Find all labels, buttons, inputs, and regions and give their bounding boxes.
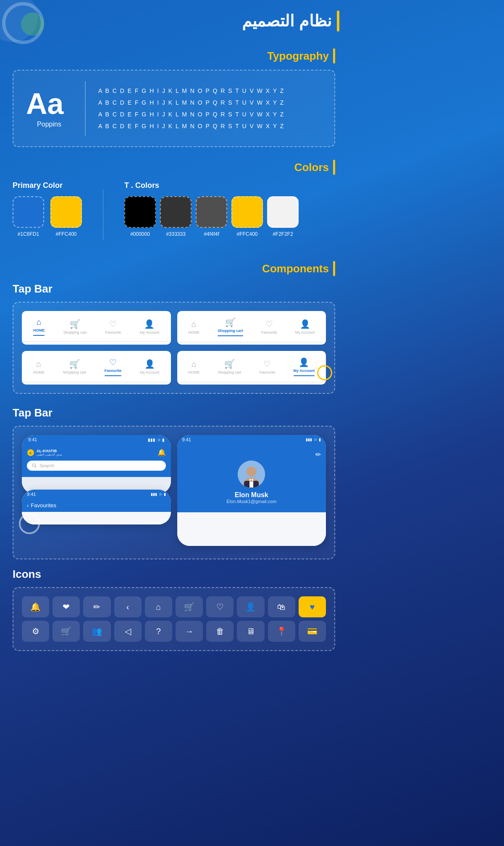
tap-bar-1-wrapper: ⌂ HOME 🛒 Shopping cart ♡ Favourite xyxy=(13,302,335,394)
phone-mockups-grid: 9:41 ▮▮▮ ⊃ ▮ xyxy=(22,435,326,546)
font-name: Poppins xyxy=(26,121,72,128)
fav-label-3: Favourite xyxy=(105,369,122,373)
fav-underline-3 xyxy=(105,375,122,376)
signal-icon: ▮▮▮ xyxy=(148,437,155,442)
account-name: Elon Musk xyxy=(182,491,321,499)
svg-line-3 xyxy=(35,466,37,468)
logo-text: AL-KHATIB xyxy=(37,449,62,453)
tap-item-account-1[interactable]: 👤 My Account xyxy=(136,317,163,337)
account-label-3: My Account xyxy=(140,370,160,374)
account-avatar xyxy=(238,461,265,488)
logo-area: K AL-KHATIB متجر الخطيب الطبي 🔔 xyxy=(27,448,166,456)
tap-item-fav-2[interactable]: ♡ Favourite xyxy=(258,317,281,337)
icon-card: 💳 xyxy=(299,621,326,642)
bell-icon[interactable]: 🔔 xyxy=(158,448,166,456)
swatch-333-label: #333333 xyxy=(166,231,186,237)
tap-item-home-1[interactable]: ⌂ HOME xyxy=(30,315,48,338)
typography-section-label: Typography xyxy=(0,48,348,63)
swatch-blue-box xyxy=(13,196,44,228)
tap-bar-variant-4: ⌂ HOME 🛒 Shopping cart ♡ Favourite 👤 xyxy=(177,351,326,385)
icons-title: Icons xyxy=(13,568,335,581)
tap-bar-grid: ⌂ HOME 🛒 Shopping cart ♡ Favourite xyxy=(22,311,326,385)
tap-item-cart-3[interactable]: 🛒 Shopping cart xyxy=(60,357,90,377)
fav-battery-icon: ▮ xyxy=(164,492,166,496)
account-phone: 9:41 ▮▮▮ ⊃ ▮ ✏ xyxy=(177,435,326,546)
components-label-bar xyxy=(333,261,335,276)
fav-label-2: Favourite xyxy=(261,330,277,335)
swatch-ffc2: #FFC400 xyxy=(231,196,263,237)
tap-item-home-4[interactable]: ⌂ HOME xyxy=(185,357,203,377)
search-bar-phone[interactable]: Search xyxy=(27,461,166,471)
typography-label-bar xyxy=(333,48,335,63)
tap-item-fav-1[interactable]: ♡ Favourite xyxy=(102,317,125,337)
tap-bar-items-2: ⌂ HOME 🛒 Shopping cart ♡ Favourite xyxy=(179,315,324,338)
icon-users: 👥 xyxy=(83,621,110,642)
tap-bar-2-section: Tap Bar 9:41 ▮▮▮ ⊃ ▮ xyxy=(13,406,335,559)
cart-underline-2 xyxy=(218,335,243,336)
avatar-svg xyxy=(238,461,265,488)
alphabet-row-3: A B C D E F G H I J K L M N O P Q R S T … xyxy=(98,108,322,120)
tap-item-home-2[interactable]: ⌂ HOME xyxy=(185,317,203,337)
alphabet-row-1: A B C D E F G H I J K L M N O P Q R S T … xyxy=(98,85,322,97)
tap-bar-variant-3: ⌂ HOME 🛒 Shopping cart ♡ Favourite xyxy=(22,351,171,385)
swatch-yellow-box xyxy=(50,196,82,228)
tap-bar-2-outer: 9:41 ▮▮▮ ⊃ ▮ xyxy=(13,426,335,559)
icons-outer: 🔔 ❤ ✏ ‹ ⌂ 🛒 ♡ 👤 🛍 ♥ ⚙ 🛒 👥 ◁ ? → 🗑 🖥 📍 💳 xyxy=(13,587,335,651)
acct-signal-icon: ▮▮▮ xyxy=(306,437,312,442)
fav-phone-icons: ▮▮▮ ⊃ ▮ xyxy=(151,492,166,496)
fav-icon-3: ♡ xyxy=(109,357,117,367)
tap-bar-2-title: Tap Bar xyxy=(13,406,335,419)
account-label-1: My Account xyxy=(140,330,160,335)
swatch-4f4-box xyxy=(196,196,227,228)
fav-icon-2: ♡ xyxy=(265,319,273,329)
fav-icon-1: ♡ xyxy=(109,319,117,329)
swatch-black-box xyxy=(124,196,156,228)
home-icon-4: ⌂ xyxy=(192,359,197,369)
favourites-header-text: Favourites xyxy=(31,502,56,509)
icon-monitor: 🖥 xyxy=(237,621,264,642)
cart-icon-4: 🛒 xyxy=(224,359,235,369)
swatch-ffc2-box xyxy=(231,196,263,228)
cart-icon-2: 🛒 xyxy=(225,317,236,327)
swatch-black: #000000 xyxy=(124,196,156,237)
typography-label: Typography xyxy=(267,50,329,63)
tap-bar-line-3 xyxy=(24,382,169,382)
home-label-3: HOME xyxy=(33,370,45,374)
fav-wifi-icon: ⊃ xyxy=(159,492,162,496)
tap-item-cart-2[interactable]: 🛒 Shopping cart xyxy=(214,315,247,338)
tap-item-account-3[interactable]: 👤 My Account xyxy=(136,357,163,377)
acct-wifi-icon: ⊃ xyxy=(314,437,317,442)
icon-share: ◁ xyxy=(114,621,142,642)
tap-item-cart-1[interactable]: 🛒 Shopping cart xyxy=(60,317,90,337)
home-phone-header: K AL-KHATIB متجر الخطيب الطبي 🔔 xyxy=(22,444,171,477)
home-phone-status: 9:41 ▮▮▮ ⊃ ▮ xyxy=(22,435,171,444)
cart-label-1: Shopping cart xyxy=(63,330,87,335)
main-title: نظام التصميم xyxy=(242,12,332,30)
icon-chevron-left: ‹ xyxy=(114,596,142,617)
account-phone-body xyxy=(177,512,326,546)
tap-item-home-3[interactable]: ⌂ HOME xyxy=(30,357,48,377)
tap-item-fav-3[interactable]: ♡ Favourite xyxy=(101,355,125,378)
icons-grid-row1: 🔔 ❤ ✏ ‹ ⌂ 🛒 ♡ 👤 🛍 ♥ ⚙ 🛒 👥 ◁ ? → 🗑 🖥 📍 💳 xyxy=(22,596,326,642)
icon-user: 👤 xyxy=(237,596,264,617)
logo-text-block: AL-KHATIB متجر الخطيب الطبي xyxy=(37,449,62,456)
favourites-phone: 9:41 ▮▮▮ ⊃ ▮ ‹ Favourites xyxy=(22,490,171,524)
tap-bar-variant-2: ⌂ HOME 🛒 Shopping cart ♡ Favourite xyxy=(177,311,326,345)
logo-icon: K xyxy=(27,449,34,456)
tap-item-account-2[interactable]: 👤 My Account xyxy=(292,317,318,337)
tap-item-fav-4[interactable]: ♡ Favourite xyxy=(256,357,279,377)
tap-bar-1-title: Tap Bar xyxy=(13,282,335,295)
main-title-area: نظام التصميم xyxy=(0,0,348,36)
tap-bar-variant-1: ⌂ HOME 🛒 Shopping cart ♡ Favourite xyxy=(22,311,171,345)
t-swatches: #000000 #333333 #4f4f4f #FFC400 #F2F2F2 xyxy=(124,196,299,237)
tap-item-account-4[interactable]: 👤 My Account xyxy=(290,355,318,378)
account-phone-blue: ✏ Elon Musk xyxy=(177,444,326,512)
alphabet-row-4: A B C D E F G H I J K L M N O P Q R S T … xyxy=(98,120,322,132)
swatch-blue-label: #1C6FD1 xyxy=(18,231,39,237)
t-colors-label: T . Colors xyxy=(124,181,299,190)
account-label-4: My Account xyxy=(294,369,315,373)
tap-item-cart-4[interactable]: 🛒 Shopping cart xyxy=(215,357,245,377)
edit-icon[interactable]: ✏ xyxy=(315,451,321,458)
cart-label-4: Shopping cart xyxy=(218,370,242,374)
components-section-label: Components xyxy=(0,261,348,276)
